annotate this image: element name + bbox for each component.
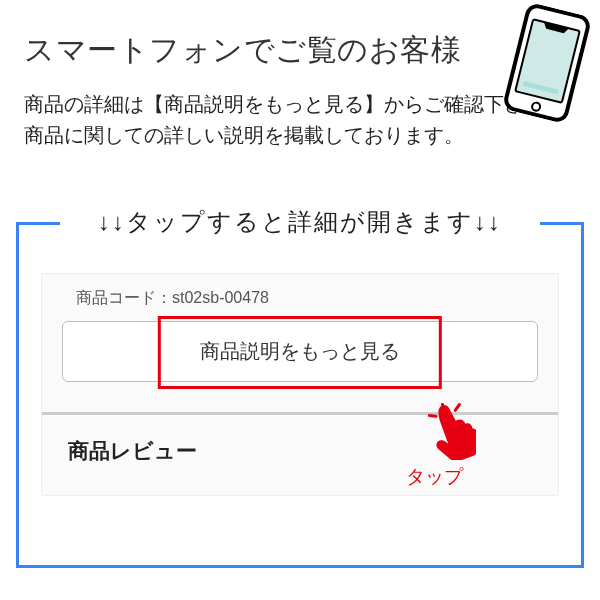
show-more-button[interactable]: 商品説明をもっと見る bbox=[62, 321, 538, 382]
description-line1: 商品の詳細は【商品説明をもっと見る】からご確認下さい。 bbox=[24, 93, 564, 115]
tap-hand-icon bbox=[426, 402, 476, 460]
product-code: 商品コード：st02sb-00478 bbox=[42, 284, 558, 321]
product-code-label: 商品コード： bbox=[76, 289, 172, 306]
tap-instruction: ↓↓タップすると詳細が開きます↓↓ bbox=[0, 206, 600, 238]
sample-panel: 商品コード：st02sb-00478 商品説明をもっと見る タップ 商品レビュー bbox=[41, 273, 559, 496]
tap-label: タップ bbox=[406, 464, 463, 490]
product-code-value: st02sb-00478 bbox=[172, 289, 269, 306]
review-heading: 商品レビュー bbox=[42, 415, 558, 495]
instruction-card: 商品コード：st02sb-00478 商品説明をもっと見る タップ 商品レビュー bbox=[16, 222, 584, 568]
show-more-label: 商品説明をもっと見る bbox=[200, 340, 400, 362]
description-line2: 商品に関しての詳しい説明を掲載しております。 bbox=[24, 124, 464, 146]
